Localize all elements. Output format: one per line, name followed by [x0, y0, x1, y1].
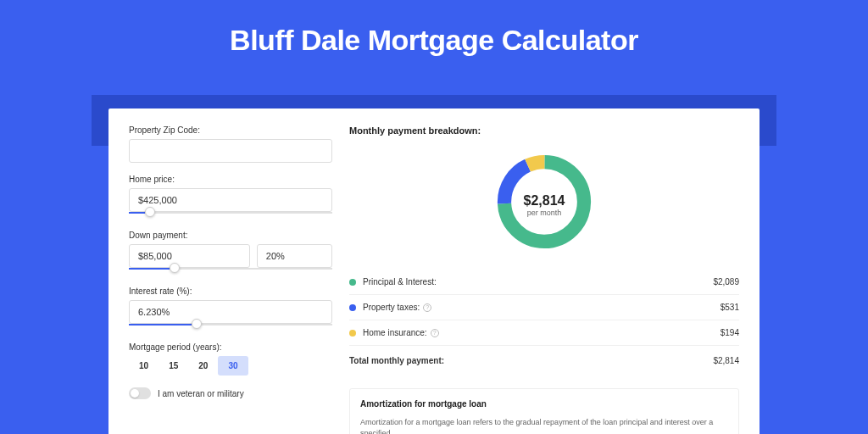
legend-value: $2,089	[713, 277, 739, 287]
zip-input[interactable]	[129, 139, 332, 163]
slider-thumb[interactable]	[192, 319, 202, 329]
legend-row-principal: Principal & Interest: $2,089	[349, 270, 739, 295]
down-payment-field-group: Down payment:	[129, 231, 332, 275]
zip-field-group: Property Zip Code:	[129, 125, 332, 163]
legend-row-insurance: Home insurance: ? $194	[349, 320, 739, 346]
slider-thumb[interactable]	[145, 207, 155, 217]
legend-label: Property taxes: ?	[363, 303, 721, 312]
legend-text: Home insurance:	[363, 328, 427, 337]
legend-dot	[349, 330, 356, 337]
legend-label: Principal & Interest:	[363, 277, 713, 287]
slider-fill	[129, 212, 145, 214]
period-label: Mortgage period (years):	[129, 342, 332, 352]
total-label: Total monthly payment:	[349, 356, 713, 365]
legend-dot	[349, 279, 356, 286]
legend-label: Home insurance: ?	[363, 328, 721, 337]
page-title: Bluff Dale Mortgage Calculator	[0, 0, 868, 72]
total-value: $2,814	[713, 356, 739, 365]
legend-text: Property taxes:	[363, 303, 420, 312]
form-column: Property Zip Code: Home price: Down paym…	[129, 125, 332, 434]
home-price-input[interactable]	[129, 188, 332, 212]
legend-value: $194	[721, 328, 739, 337]
legend-dot	[349, 304, 356, 311]
interest-rate-input[interactable]	[129, 300, 332, 324]
legend-row-taxes: Property taxes: ? $531	[349, 295, 739, 320]
veteran-label: I am veteran or military	[158, 389, 244, 398]
down-payment-label: Down payment:	[129, 231, 332, 240]
interest-rate-label: Interest rate (%):	[129, 287, 332, 296]
period-field-group: Mortgage period (years): 10 15 20 30	[129, 342, 332, 376]
legend-row-total: Total monthly payment: $2,814	[349, 346, 739, 373]
legend-text: Principal & Interest:	[363, 277, 437, 287]
veteran-toggle-row: I am veteran or military	[129, 387, 332, 399]
slider-fill	[129, 268, 170, 270]
donut-sub: per month	[524, 209, 565, 217]
legend-value: $531	[721, 303, 739, 312]
down-payment-input[interactable]	[129, 244, 250, 268]
donut-chart: $2,814 per month	[349, 144, 739, 270]
slider-fill	[129, 324, 192, 326]
period-option-15[interactable]: 15	[159, 356, 188, 376]
info-icon[interactable]: ?	[423, 303, 431, 312]
breakdown-column: Monthly payment breakdown: $2,814 per mo…	[349, 125, 739, 434]
home-price-slider[interactable]	[129, 210, 332, 219]
amortization-title: Amortization for mortgage loan	[360, 399, 728, 409]
donut-amount: $2,814	[524, 193, 565, 209]
down-payment-pct-input[interactable]	[257, 244, 332, 268]
down-payment-slider[interactable]	[129, 266, 332, 275]
amortization-box: Amortization for mortgage loan Amortizat…	[349, 388, 739, 434]
period-option-10[interactable]: 10	[129, 356, 159, 376]
veteran-toggle[interactable]	[129, 387, 151, 399]
calculator-card: Property Zip Code: Home price: Down paym…	[108, 108, 760, 434]
amortization-text: Amortization for a mortgage loan refers …	[360, 417, 728, 434]
donut-center: $2,814 per month	[524, 193, 565, 217]
period-option-20[interactable]: 20	[188, 356, 218, 376]
breakdown-title: Monthly payment breakdown:	[349, 125, 739, 136]
period-option-30[interactable]: 30	[218, 356, 248, 376]
slider-track	[129, 212, 332, 214]
info-icon[interactable]: ?	[431, 329, 439, 337]
home-price-field-group: Home price:	[129, 175, 332, 219]
home-price-label: Home price:	[129, 175, 332, 184]
slider-thumb[interactable]	[170, 263, 180, 273]
interest-rate-field-group: Interest rate (%):	[129, 287, 332, 331]
zip-label: Property Zip Code:	[129, 125, 332, 135]
period-options: 10 15 20 30	[129, 356, 332, 376]
interest-rate-slider[interactable]	[129, 322, 332, 331]
